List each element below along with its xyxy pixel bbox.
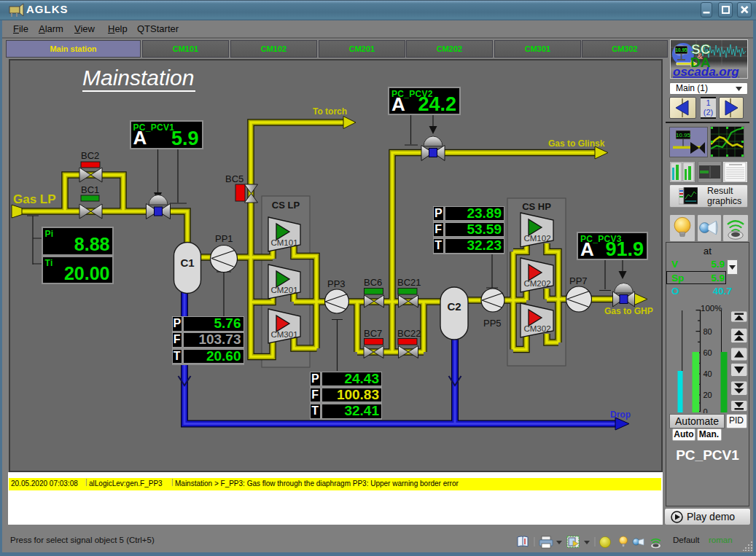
svg-text:C2: C2 [447,300,461,313]
svg-text:CM101: CM101 [270,238,297,247]
svg-text:PP3: PP3 [327,278,346,289]
svg-text:To torch: To torch [313,106,347,117]
svg-text:Gas LP: Gas LP [13,192,56,206]
svg-text:60: 60 [704,348,712,357]
svg-text:40: 40 [704,369,712,378]
svg-text:BC1: BC1 [81,184,99,195]
svg-text:BC22: BC22 [397,328,421,339]
svg-text:BC6: BC6 [364,277,382,288]
svg-text:10.95: 10.95 [675,47,687,52]
svg-text:CM301: CM301 [270,330,297,339]
svg-text:Gas to Glinsk: Gas to Glinsk [548,138,605,149]
svg-text:Drop: Drop [610,410,631,420]
svg-text:PP5: PP5 [483,318,502,329]
svg-text:CM302: CM302 [523,324,550,333]
svg-text:CS LP: CS LP [272,200,300,211]
svg-text:CM201: CM201 [270,286,297,294]
svg-text:10.95: 10.95 [676,132,691,138]
svg-text:CM102: CM102 [523,234,550,243]
svg-text:20: 20 [704,391,712,399]
svg-text:100%: 100% [701,304,722,313]
svg-text:PP7: PP7 [569,275,588,286]
svg-text:Gas to GHP: Gas to GHP [604,306,653,316]
svg-text:CM202: CM202 [523,279,550,288]
svg-text:CS HP: CS HP [522,201,551,212]
svg-text:BC21: BC21 [397,277,421,288]
svg-text:0: 0 [704,407,708,414]
svg-text:BC7: BC7 [364,328,382,339]
svg-text:80: 80 [704,327,712,336]
svg-text:PP1: PP1 [215,233,233,244]
svg-text:oscada.org: oscada.org [673,65,739,78]
svg-text:C1: C1 [180,257,194,269]
svg-text:BC5: BC5 [225,173,243,184]
svg-text:BC2: BC2 [81,150,99,161]
